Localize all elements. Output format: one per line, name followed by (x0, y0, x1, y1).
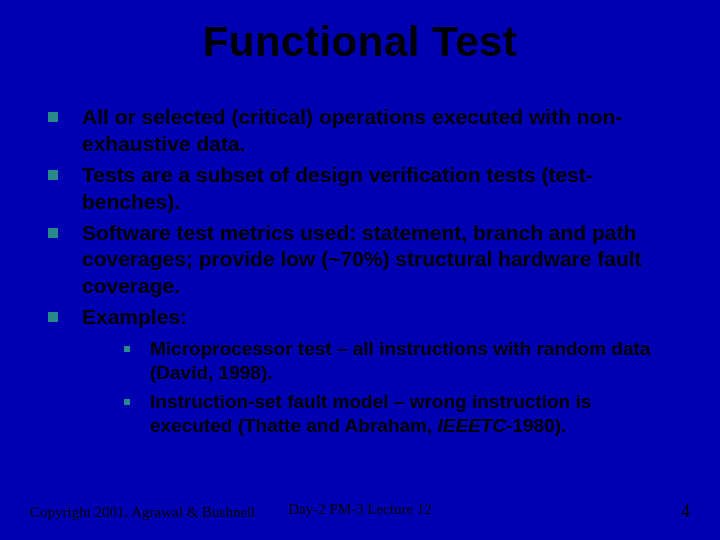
footer-page-number: 4 (681, 501, 690, 522)
bullet-icon (48, 170, 58, 180)
bullet-text: Software test metrics used: statement, b… (82, 220, 672, 301)
slide-body: All or selected (critical) operations ex… (0, 66, 720, 438)
sub-bullet-text: Instruction-set fault model – wrong inst… (150, 390, 672, 439)
sub-bullet-icon (124, 399, 130, 405)
slide-footer: Copyright 2001, Agrawal & Bushnell Day-2… (0, 501, 720, 522)
bullet-icon (48, 112, 58, 122)
bullet-text: Tests are a subset of design verificatio… (82, 162, 672, 216)
slide-title: Functional Test (0, 0, 720, 66)
sub-bullet-icon (124, 346, 130, 352)
bullet-text: Examples: (82, 304, 187, 331)
bullet-text: All or selected (critical) operations ex… (82, 104, 672, 158)
footer-lecture: Day-2 PM-3 Lecture 12 (288, 501, 432, 518)
bullet-icon (48, 228, 58, 238)
footer-copyright: Copyright 2001, Agrawal & Bushnell (30, 504, 255, 521)
bullet-icon (48, 312, 58, 322)
sub-bullet-text: Microprocessor test – all instructions w… (150, 337, 672, 386)
